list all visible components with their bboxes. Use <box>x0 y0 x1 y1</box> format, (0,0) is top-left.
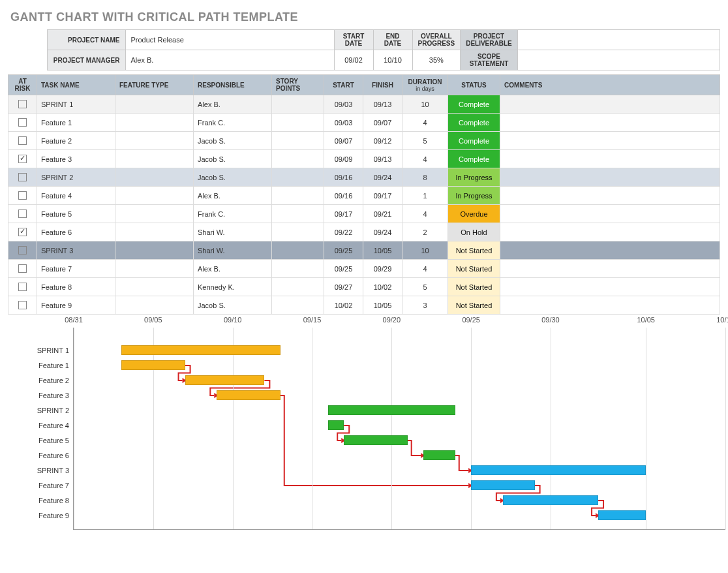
gantt-bar[interactable] <box>471 465 646 475</box>
cell-start[interactable]: 09/25 <box>324 260 363 278</box>
cell-finish[interactable]: 10/02 <box>363 278 402 296</box>
cell-status[interactable]: In Progress <box>448 187 500 205</box>
cell-comments[interactable] <box>500 241 720 260</box>
cell-status[interactable]: Not Started <box>448 241 500 260</box>
cell-duration[interactable]: 4 <box>402 114 448 132</box>
cell-comments[interactable] <box>500 150 720 168</box>
cell-feature-type[interactable] <box>115 114 194 132</box>
cell-start[interactable]: 09/09 <box>324 150 363 168</box>
gantt-bar[interactable] <box>328 405 455 415</box>
cell-start[interactable]: 09/03 <box>324 114 363 132</box>
cell-story-points[interactable] <box>272 168 324 187</box>
cell-feature-type[interactable] <box>115 95 194 114</box>
cell-comments[interactable] <box>500 168 720 187</box>
cell-duration[interactable]: 5 <box>402 278 448 296</box>
value-overall-progress[interactable]: 35% <box>412 50 461 70</box>
value-start-date[interactable]: 09/02 <box>334 50 373 70</box>
at-risk-checkbox[interactable] <box>18 118 27 127</box>
cell-feature-type[interactable] <box>115 205 194 223</box>
cell-task-name[interactable]: Feature 5 <box>37 205 115 223</box>
cell-status[interactable]: Complete <box>448 114 500 132</box>
cell-duration[interactable]: 3 <box>402 296 448 315</box>
value-project-manager[interactable]: Alex B. <box>125 50 334 70</box>
cell-responsible[interactable]: Jacob S. <box>194 296 272 315</box>
cell-start[interactable]: 09/16 <box>324 187 363 205</box>
cell-story-points[interactable] <box>272 150 324 168</box>
gantt-bar[interactable] <box>423 450 455 460</box>
cell-task-name[interactable]: SPRINT 3 <box>37 241 115 260</box>
cell-comments[interactable] <box>500 95 720 114</box>
cell-start[interactable]: 09/25 <box>324 241 363 260</box>
value-end-date[interactable]: 10/10 <box>373 50 412 70</box>
cell-status[interactable]: Complete <box>448 132 500 150</box>
cell-story-points[interactable] <box>272 241 324 260</box>
at-risk-checkbox[interactable] <box>18 155 27 163</box>
cell-comments[interactable] <box>500 114 720 132</box>
cell-feature-type[interactable] <box>115 278 194 296</box>
cell-status[interactable]: Complete <box>448 150 500 168</box>
cell-feature-type[interactable] <box>115 187 194 205</box>
cell-comments[interactable] <box>500 132 720 150</box>
cell-start[interactable]: 09/07 <box>324 132 363 150</box>
cell-duration[interactable]: 10 <box>402 241 448 260</box>
cell-comments[interactable] <box>500 223 720 241</box>
cell-duration[interactable]: 5 <box>402 132 448 150</box>
cell-finish[interactable]: 09/12 <box>363 132 402 150</box>
cell-story-points[interactable] <box>272 95 324 114</box>
cell-task-name[interactable]: Feature 1 <box>37 114 115 132</box>
at-risk-checkbox[interactable] <box>18 100 27 108</box>
cell-task-name[interactable]: SPRINT 2 <box>37 168 115 187</box>
cell-status[interactable]: Not Started <box>448 278 500 296</box>
cell-feature-type[interactable] <box>115 132 194 150</box>
cell-duration[interactable]: 8 <box>402 168 448 187</box>
cell-status[interactable]: On Hold <box>448 223 500 241</box>
cell-feature-type[interactable] <box>115 260 194 278</box>
cell-task-name[interactable]: SPRINT 1 <box>37 95 115 114</box>
cell-task-name[interactable]: Feature 7 <box>37 260 115 278</box>
cell-responsible[interactable]: Alex B. <box>194 95 272 114</box>
cell-finish[interactable]: 09/29 <box>363 260 402 278</box>
cell-start[interactable]: 09/22 <box>324 223 363 241</box>
cell-finish[interactable]: 09/24 <box>363 223 402 241</box>
at-risk-checkbox[interactable] <box>18 209 27 218</box>
cell-status[interactable]: In Progress <box>448 168 500 187</box>
cell-task-name[interactable]: Feature 9 <box>37 296 115 315</box>
cell-comments[interactable] <box>500 296 720 315</box>
value-project-deliverable[interactable] <box>517 30 720 50</box>
value-scope-statement[interactable] <box>517 50 720 70</box>
at-risk-checkbox[interactable] <box>18 191 27 200</box>
cell-task-name[interactable]: Feature 6 <box>37 223 115 241</box>
cell-responsible[interactable]: Kennedy K. <box>194 278 272 296</box>
cell-start[interactable]: 09/27 <box>324 278 363 296</box>
gantt-bar[interactable] <box>328 420 344 430</box>
cell-status[interactable]: Not Started <box>448 260 500 278</box>
cell-story-points[interactable] <box>272 187 324 205</box>
cell-responsible[interactable]: Jacob S. <box>194 168 272 187</box>
cell-task-name[interactable]: Feature 2 <box>37 132 115 150</box>
cell-responsible[interactable]: Frank C. <box>194 114 272 132</box>
cell-story-points[interactable] <box>272 205 324 223</box>
cell-feature-type[interactable] <box>115 150 194 168</box>
cell-finish[interactable]: 09/07 <box>363 114 402 132</box>
cell-comments[interactable] <box>500 187 720 205</box>
cell-feature-type[interactable] <box>115 223 194 241</box>
cell-finish[interactable]: 09/17 <box>363 187 402 205</box>
cell-start[interactable]: 09/16 <box>324 168 363 187</box>
cell-responsible[interactable]: Jacob S. <box>194 150 272 168</box>
cell-task-name[interactable]: Feature 8 <box>37 278 115 296</box>
cell-duration[interactable]: 1 <box>402 187 448 205</box>
cell-finish[interactable]: 09/24 <box>363 168 402 187</box>
cell-comments[interactable] <box>500 278 720 296</box>
cell-responsible[interactable]: Shari W. <box>194 241 272 260</box>
gantt-bar[interactable] <box>598 510 646 520</box>
at-risk-checkbox[interactable] <box>18 246 27 255</box>
cell-status[interactable]: Complete <box>448 95 500 114</box>
cell-story-points[interactable] <box>272 296 324 315</box>
cell-finish[interactable]: 09/13 <box>363 150 402 168</box>
cell-story-points[interactable] <box>272 260 324 278</box>
cell-duration[interactable]: 4 <box>402 205 448 223</box>
cell-status[interactable]: Not Started <box>448 296 500 315</box>
cell-comments[interactable] <box>500 205 720 223</box>
cell-duration[interactable]: 2 <box>402 223 448 241</box>
cell-finish[interactable]: 09/13 <box>363 95 402 114</box>
